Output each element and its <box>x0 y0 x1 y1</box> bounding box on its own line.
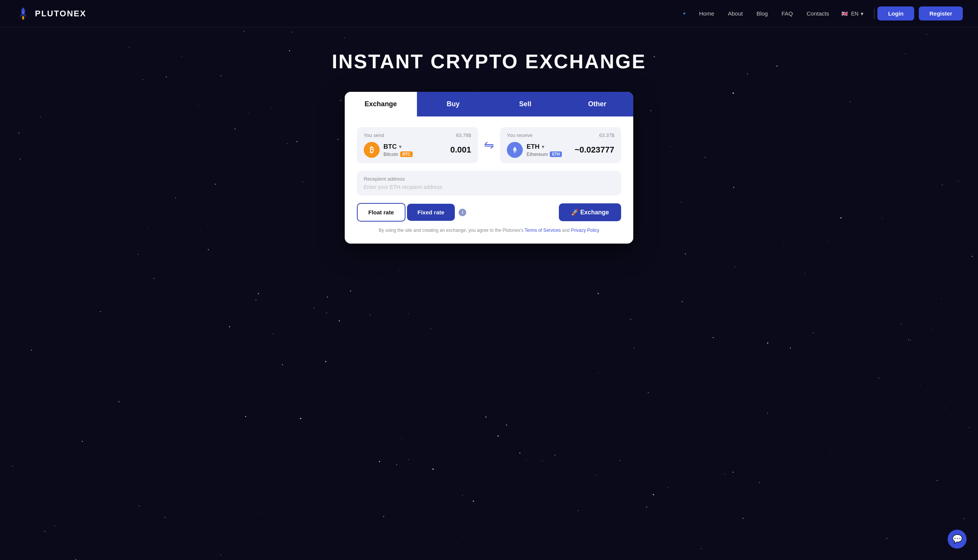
send-coin-info: BTC ▾ Bitcoin BTC <box>383 143 413 157</box>
send-label-row: You send 63.78$ <box>364 132 471 138</box>
receive-coin-selector[interactable]: ETH ▾ Ethereum ETH <box>507 142 562 158</box>
rate-buttons: Float rate Fixed rate i <box>357 203 466 222</box>
receive-coin-row: ETH ▾ Ethereum ETH ~0.023777 <box>507 142 614 158</box>
receive-coin-name-row: ETH ▾ <box>527 143 562 151</box>
privacy-policy-link[interactable]: Privacy Policy <box>571 228 600 233</box>
nav-about[interactable]: About <box>728 10 742 17</box>
exchange-fields: You send 63.78$ ₿ BTC ▾ <box>357 127 621 163</box>
receive-label: You receive <box>507 132 532 138</box>
send-coin-symbol: BTC <box>383 143 397 151</box>
address-label: Recepient address <box>364 176 614 182</box>
receive-coin-symbol: ETH <box>527 143 540 151</box>
nav-contacts[interactable]: Contacts <box>806 10 829 17</box>
send-coin-chevron-icon: ▾ <box>399 144 401 150</box>
chat-icon: 💬 <box>952 534 963 544</box>
tab-sell[interactable]: Sell <box>489 92 562 117</box>
receive-coin-full: Ethereum <box>527 152 548 157</box>
receive-label-row: You receive 63.37$ <box>507 132 614 138</box>
receive-amount-label: 63.37$ <box>599 132 614 138</box>
register-button[interactable]: Register <box>919 7 963 20</box>
tab-other[interactable]: Other <box>561 92 633 117</box>
send-label: You send <box>364 132 384 138</box>
address-box[interactable]: Recepient address Enter your ETH recipie… <box>357 171 621 195</box>
exchange-card: Exchange Buy Sell Other You send 63.78$ … <box>345 92 633 243</box>
svg-point-6 <box>22 16 24 20</box>
send-value[interactable]: 0.001 <box>450 145 471 155</box>
receive-value[interactable]: ~0.023777 <box>574 145 614 155</box>
tab-exchange[interactable]: Exchange <box>345 92 417 117</box>
receive-coin-badge: ETH <box>550 152 562 157</box>
terms-text: By using the site and creating an exchan… <box>357 228 621 233</box>
nav-dot-icon <box>684 13 685 14</box>
terms-before: By using the site and creating an exchan… <box>378 228 523 233</box>
receive-coin-info: ETH ▾ Ethereum ETH <box>527 143 562 157</box>
card-body: You send 63.78$ ₿ BTC ▾ <box>345 117 633 243</box>
send-coin-full: Bitcoin <box>383 152 398 157</box>
nav-blog[interactable]: Blog <box>756 10 768 17</box>
svg-marker-7 <box>513 147 517 151</box>
flag-icon: 🇬🇧 <box>841 10 849 18</box>
nav-links: Home About Blog FAQ Contacts <box>684 10 829 17</box>
send-coin-selector[interactable]: ₿ BTC ▾ Bitcoin BTC <box>364 142 413 158</box>
terms-and: and <box>562 228 570 233</box>
address-placeholder: Enter your ETH recipient address <box>364 184 614 190</box>
tab-buy[interactable]: Buy <box>417 92 489 117</box>
btc-icon: ₿ <box>364 142 379 158</box>
svg-point-5 <box>22 12 24 14</box>
receive-coin-chevron-icon: ▾ <box>542 144 544 150</box>
receive-coin-full-row: Ethereum ETH <box>527 152 562 157</box>
lang-chevron-icon: ▾ <box>861 11 863 17</box>
login-button[interactable]: Login <box>878 7 914 20</box>
logo-icon <box>15 6 31 22</box>
rate-section: Float rate Fixed rate i 🚀 Exchange <box>357 203 621 222</box>
logo[interactable]: PLUTONEX <box>15 6 86 22</box>
eth-icon <box>507 142 523 158</box>
logo-text: PLUTONEX <box>35 9 86 18</box>
lang-label: EN <box>851 11 858 17</box>
nav-faq[interactable]: FAQ <box>781 10 793 17</box>
nav-divider <box>874 8 874 19</box>
send-coin-badge: BTC <box>400 152 413 157</box>
send-coin-row: ₿ BTC ▾ Bitcoin BTC <box>364 142 471 158</box>
swap-icon[interactable] <box>483 139 495 152</box>
navbar: PLUTONEX Home About Blog FAQ Contacts 🇬🇧… <box>0 0 978 27</box>
lang-selector[interactable]: 🇬🇧 EN ▾ <box>841 10 863 18</box>
tabs: Exchange Buy Sell Other <box>345 92 633 117</box>
send-field: You send 63.78$ ₿ BTC ▾ <box>357 127 478 163</box>
hero-title: INSTANT CRYPTO EXCHANGE <box>332 50 646 73</box>
chat-button[interactable]: 💬 <box>948 530 966 548</box>
nav-buttons: Login Register <box>878 7 963 20</box>
main-content: INSTANT CRYPTO EXCHANGE Exchange Buy Sel… <box>0 27 978 243</box>
nav-home[interactable]: Home <box>699 10 714 17</box>
send-coin-full-row: Bitcoin BTC <box>383 152 413 157</box>
fixed-rate-button[interactable]: Fixed rate <box>407 204 455 221</box>
terms-of-service-link[interactable]: Terms of Services <box>525 228 561 233</box>
rate-info-icon[interactable]: i <box>459 209 466 216</box>
receive-field: You receive 63.37$ <box>500 127 621 163</box>
send-coin-name-row: BTC ▾ <box>383 143 413 151</box>
exchange-button[interactable]: 🚀 Exchange <box>559 203 621 221</box>
float-rate-button[interactable]: Float rate <box>357 203 405 222</box>
send-amount-label: 63.78$ <box>456 132 471 138</box>
